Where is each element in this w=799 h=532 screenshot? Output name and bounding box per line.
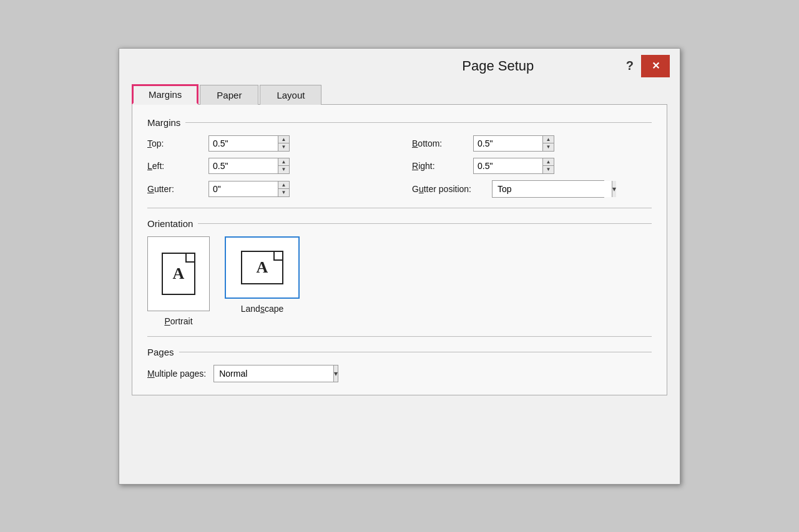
right-spinner-btns: ▲ ▼ xyxy=(542,158,554,173)
left-spinner-down[interactable]: ▼ xyxy=(278,165,289,173)
margins-grid: Top: ▲ ▼ Bottom: ▲ xyxy=(147,135,652,198)
bottom-spinner: ▲ ▼ xyxy=(473,135,554,152)
title-controls: ? ✕ xyxy=(621,55,670,77)
bottom-spinner-down[interactable]: ▼ xyxy=(543,143,554,151)
gutter-position-chevron-icon[interactable]: ▾ xyxy=(612,181,616,197)
gutter-label: Gutter: xyxy=(147,184,203,194)
right-spinner-up[interactable]: ▲ xyxy=(543,158,554,166)
left-input[interactable] xyxy=(209,158,278,173)
gutter-spinner-down[interactable]: ▼ xyxy=(278,188,289,196)
gutter-input[interactable] xyxy=(209,181,278,196)
help-button[interactable]: ? xyxy=(621,57,639,74)
bottom-spinner-btns: ▲ ▼ xyxy=(542,136,554,151)
landscape-icon: A xyxy=(225,236,300,299)
tab-margins[interactable]: Margins xyxy=(132,84,199,105)
gutter-spinner-btns: ▲ ▼ xyxy=(278,181,289,196)
top-spinner: ▲ ▼ xyxy=(208,135,290,152)
gutter-spinner-up[interactable]: ▲ xyxy=(278,181,289,189)
left-field-row: Left: ▲ ▼ xyxy=(147,158,387,174)
pages-section: Pages Multiple pages: ▾ xyxy=(147,347,652,382)
top-field-row: Top: ▲ ▼ xyxy=(147,135,387,152)
gutter-position-label: Gutter position: xyxy=(412,184,487,194)
left-spinner-btns: ▲ ▼ xyxy=(278,158,289,173)
top-input[interactable] xyxy=(209,136,278,151)
right-label: Right: xyxy=(412,161,468,171)
landscape-page: A xyxy=(241,251,283,284)
right-spinner-down[interactable]: ▼ xyxy=(543,165,554,173)
landscape-option[interactable]: A Landscape xyxy=(225,236,300,326)
portrait-label: Portrait xyxy=(164,316,192,326)
tab-layout[interactable]: Layout xyxy=(260,85,321,105)
left-spinner: ▲ ▼ xyxy=(208,158,290,174)
separator-2 xyxy=(147,336,652,337)
orientation-section-title: Orientation xyxy=(147,218,652,229)
gutter-position-field-row: Gutter position: ▾ xyxy=(412,180,652,198)
left-spinner-up[interactable]: ▲ xyxy=(278,158,289,166)
dialog-body: Margins Paper Layout Margins Top: xyxy=(119,84,680,484)
bottom-label: Bottom: xyxy=(412,138,468,148)
landscape-label: Landscape xyxy=(241,304,284,314)
right-field-row: Right: ▲ ▼ xyxy=(412,158,652,174)
title-bar: Page Setup ? ✕ xyxy=(119,49,680,84)
pages-section-title: Pages xyxy=(147,347,652,357)
multiple-pages-input[interactable] xyxy=(214,365,333,382)
landscape-letter: A xyxy=(257,258,268,277)
tab-content: Margins Top: ▲ ▼ Bottom: xyxy=(132,105,667,395)
portrait-page: A xyxy=(162,253,195,295)
gutter-position-input[interactable] xyxy=(493,181,612,197)
top-spinner-up[interactable]: ▲ xyxy=(278,136,289,143)
orientation-options: A Portrait A Landscape xyxy=(147,236,652,326)
separator-1 xyxy=(147,208,652,208)
portrait-option[interactable]: A Portrait xyxy=(147,236,210,326)
multiple-pages-dropdown: ▾ xyxy=(213,365,338,382)
portrait-icon: A xyxy=(147,236,210,311)
top-spinner-btns: ▲ ▼ xyxy=(278,136,289,151)
pages-row: Multiple pages: ▾ xyxy=(147,365,652,382)
gutter-field-row: Gutter: ▲ ▼ xyxy=(147,180,387,198)
tabs: Margins Paper Layout xyxy=(132,84,667,105)
gutter-position-dropdown: ▾ xyxy=(492,180,604,198)
tab-paper[interactable]: Paper xyxy=(200,85,258,105)
bottom-spinner-up[interactable]: ▲ xyxy=(543,136,554,143)
multiple-pages-label: Multiple pages: xyxy=(147,369,206,379)
left-label: Left: xyxy=(147,161,203,171)
bottom-field-row: Bottom: ▲ ▼ xyxy=(412,135,652,152)
right-input[interactable] xyxy=(474,158,542,173)
bottom-input[interactable] xyxy=(474,136,542,151)
right-spinner: ▲ ▼ xyxy=(473,158,554,174)
margins-section-title: Margins xyxy=(147,117,652,128)
portrait-letter: A xyxy=(173,264,185,283)
orientation-section: Orientation A Portrait xyxy=(147,218,652,326)
gutter-spinner: ▲ ▼ xyxy=(208,181,290,197)
top-label: Top: xyxy=(147,138,203,148)
top-spinner-down[interactable]: ▼ xyxy=(278,143,289,151)
multiple-pages-chevron-icon[interactable]: ▾ xyxy=(333,365,338,382)
dialog-title: Page Setup xyxy=(375,58,621,74)
close-button[interactable]: ✕ xyxy=(641,55,670,77)
page-setup-dialog: Page Setup ? ✕ Margins Paper Layout Marg… xyxy=(119,48,680,485)
